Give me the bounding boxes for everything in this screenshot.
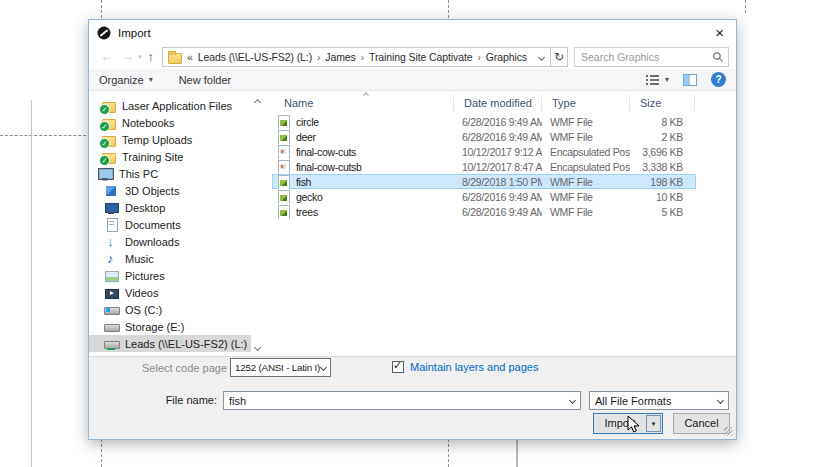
sidebar-item[interactable]: Training Site [89, 148, 251, 165]
folder-sync-icon [101, 99, 116, 113]
file-type: WMF File [542, 131, 630, 143]
file-row[interactable]: deer6/28/2016 9:49 AMWMF File2 KB [272, 129, 696, 144]
breadcrumb-segment[interactable]: Training Site Captivate [369, 51, 473, 63]
file-name: deer [296, 131, 316, 143]
preview-pane-icon[interactable] [683, 74, 697, 86]
breadcrumb-segment[interactable]: Leads (\\EL-US-FS2) (L:) [198, 51, 312, 63]
wmf-file-icon [276, 190, 290, 204]
up-button[interactable]: ↑ [144, 50, 159, 64]
cancel-button[interactable]: Cancel [673, 413, 730, 434]
new-folder-button[interactable]: New folder [179, 74, 232, 86]
wmf-file-icon [276, 205, 290, 219]
column-header-type[interactable]: Type [542, 95, 630, 111]
sidebar-item[interactable]: Leads (\\EL-US-FS2) (L:) [89, 335, 251, 352]
file-name: final-cow-cutsb [296, 161, 362, 173]
chevron-down-icon [569, 397, 576, 404]
sidebar-item[interactable]: Videos [89, 284, 251, 301]
breadcrumb-segment[interactable]: Graphics [486, 51, 527, 63]
file-name: final-cow-cuts [296, 146, 356, 158]
file-name-cell: final-cow-cutsb [272, 160, 454, 174]
sidebar-item[interactable]: Pictures [89, 267, 251, 284]
file-row[interactable]: gecko6/28/2016 9:49 AMWMF File10 KB [272, 189, 696, 204]
file-row[interactable]: final-cow-cutsb10/12/2017 8:47 AMEncapsu… [272, 159, 696, 174]
file-row[interactable]: circle6/28/2016 9:49 AMWMF File8 KB [272, 114, 696, 129]
downloads-icon [104, 235, 119, 249]
search-input[interactable] [581, 51, 712, 63]
title-bar: Import × [89, 20, 736, 45]
column-header-date-modified[interactable]: Date modified [454, 95, 542, 111]
back-button[interactable]: ← [96, 50, 117, 64]
file-name-field[interactable] [223, 391, 581, 410]
sidebar-item-label: 3D Objects [125, 185, 179, 197]
file-name: circle [296, 116, 319, 128]
pictures-icon [104, 269, 119, 283]
file-name-input[interactable] [224, 395, 570, 407]
column-header-name[interactable]: Name [272, 95, 454, 111]
help-icon[interactable]: ? [711, 72, 726, 87]
sidebar-item[interactable]: Downloads [89, 233, 251, 250]
address-dropdown-icon[interactable] [538, 53, 545, 60]
file-row[interactable]: final-cow-cuts10/12/2017 9:12 AMEncapsul… [272, 144, 696, 159]
file-date-modified: 6/28/2016 9:49 AM [454, 131, 542, 143]
file-name: fish [296, 176, 311, 188]
breadcrumb-segment[interactable]: James [325, 51, 355, 63]
sidebar-item[interactable]: Storage (E:) [89, 318, 251, 335]
sidebar-item[interactable]: OS (C:) [89, 301, 251, 318]
guide-line-vertical-solid [31, 100, 32, 467]
resize-grip[interactable] [724, 427, 733, 436]
sidebar-item-label: Desktop [125, 202, 165, 214]
view-list-icon[interactable] [646, 74, 660, 86]
breadcrumb-separator[interactable]: › [317, 52, 320, 63]
sidebar-item[interactable]: Laser Application Files [89, 97, 251, 114]
file-type: WMF File [542, 191, 630, 203]
file-date-modified: 8/29/2018 1:50 PM [454, 176, 542, 188]
sidebar-item-label: Notebooks [122, 117, 175, 129]
organize-label: Organize [99, 74, 144, 86]
breadcrumb-separator[interactable]: › [361, 52, 364, 63]
organize-button[interactable]: Organize ▾ [99, 74, 153, 86]
eps-file-icon [276, 160, 290, 174]
sidebar-item[interactable]: 3D Objects [89, 182, 251, 199]
sidebar-item[interactable]: Music [89, 250, 251, 267]
file-format-select[interactable]: All File Formats [589, 391, 729, 410]
file-size: 5 KB [630, 206, 695, 218]
pc-icon [98, 167, 113, 181]
desktop-icon [104, 201, 119, 215]
file-type: Encapsulated Post... [542, 161, 630, 173]
view-options-caret-icon[interactable]: ▾ [665, 76, 669, 84]
code-page-label: Select code page [115, 359, 227, 377]
address-bar[interactable]: «Leads (\\EL-US-FS2) (L:)›James›Training… [162, 47, 551, 67]
file-size: 10 KB [630, 191, 695, 203]
sidebar-item-label: Leads (\\EL-US-FS2) (L:) [125, 338, 247, 350]
dialog-title: Import [118, 27, 151, 39]
breadcrumb-separator[interactable]: › [478, 52, 481, 63]
close-button[interactable]: × [711, 25, 728, 40]
sidebar-item[interactable]: This PC [89, 165, 251, 182]
sidebar-item[interactable]: Temp Uploads [89, 131, 251, 148]
import-options-caret-icon[interactable]: ▾ [646, 415, 661, 432]
breadcrumb-collapsed[interactable]: « [187, 51, 193, 63]
checkmark-icon: ✓ [393, 359, 402, 372]
guide-line-horizontal [0, 135, 96, 136]
sidebar-item[interactable]: Desktop [89, 199, 251, 216]
wmf-file-icon [276, 115, 290, 129]
column-header-size[interactable]: Size [630, 95, 695, 111]
mouse-cursor [627, 415, 641, 435]
file-name-cell: final-cow-cuts [272, 145, 454, 159]
file-type: WMF File [542, 176, 630, 188]
sidebar-item[interactable]: Notebooks [89, 114, 251, 131]
file-row[interactable]: trees6/28/2016 9:49 AMWMF File5 KB [272, 204, 696, 219]
file-size: 8 KB [630, 116, 695, 128]
maintain-layers-label: Maintain layers and pages [410, 361, 538, 373]
wmf-file-icon [276, 130, 290, 144]
file-name-label: File name: [147, 391, 217, 410]
file-date-modified: 6/28/2016 9:49 AM [454, 116, 542, 128]
maintain-layers-checkbox[interactable]: ✓ [392, 361, 404, 373]
forward-button[interactable]: → [117, 50, 138, 64]
code-page-select[interactable]: 1252 (ANSI - Latin I) [230, 358, 331, 377]
refresh-button[interactable]: ↻ [551, 47, 568, 67]
sidebar-item[interactable]: Documents [89, 216, 251, 233]
search-box[interactable] [574, 47, 729, 67]
sidebar-item-label: This PC [119, 168, 158, 180]
file-row[interactable]: fish8/29/2018 1:50 PMWMF File198 KB [272, 174, 696, 189]
